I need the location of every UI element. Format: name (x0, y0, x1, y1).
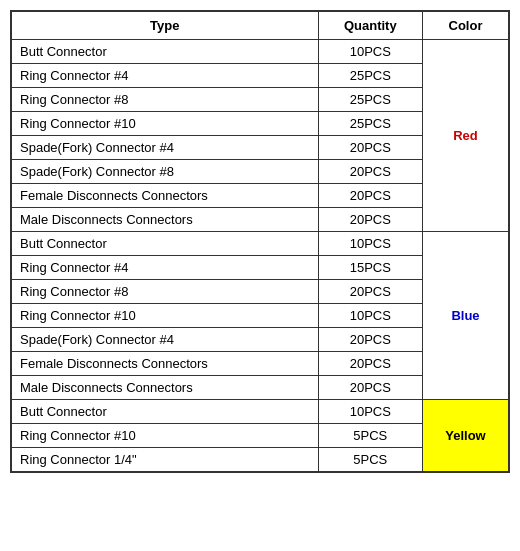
table-row: Butt Connector10PCSBlue (12, 232, 509, 256)
cell-type: Ring Connector #10 (12, 304, 319, 328)
cell-type: Ring Connector 1/4" (12, 448, 319, 472)
cell-quantity: 25PCS (318, 112, 422, 136)
col-header-color: Color (422, 12, 508, 40)
connector-table: Type Quantity Color Butt Connector10PCSR… (11, 11, 509, 472)
cell-quantity: 20PCS (318, 352, 422, 376)
cell-quantity: 10PCS (318, 40, 422, 64)
cell-type: Ring Connector #4 (12, 256, 319, 280)
cell-type: Ring Connector #10 (12, 112, 319, 136)
cell-color: Red (422, 40, 508, 232)
cell-quantity: 5PCS (318, 448, 422, 472)
table-body: Butt Connector10PCSRedRing Connector #42… (12, 40, 509, 472)
cell-quantity: 20PCS (318, 136, 422, 160)
cell-type: Male Disconnects Connectors (12, 208, 319, 232)
cell-quantity: 25PCS (318, 64, 422, 88)
cell-type: Butt Connector (12, 232, 319, 256)
cell-quantity: 25PCS (318, 88, 422, 112)
cell-quantity: 10PCS (318, 232, 422, 256)
cell-color: Yellow (422, 400, 508, 472)
table-row: Butt Connector10PCSRed (12, 40, 509, 64)
cell-quantity: 20PCS (318, 328, 422, 352)
cell-type: Spade(Fork) Connector #4 (12, 328, 319, 352)
cell-type: Butt Connector (12, 400, 319, 424)
cell-quantity: 10PCS (318, 304, 422, 328)
col-header-type: Type (12, 12, 319, 40)
cell-quantity: 10PCS (318, 400, 422, 424)
table-header-row: Type Quantity Color (12, 12, 509, 40)
table-row: Butt Connector10PCSYellow (12, 400, 509, 424)
cell-type: Male Disconnects Connectors (12, 376, 319, 400)
cell-quantity: 20PCS (318, 280, 422, 304)
cell-type: Butt Connector (12, 40, 319, 64)
cell-quantity: 20PCS (318, 208, 422, 232)
cell-quantity: 20PCS (318, 160, 422, 184)
cell-quantity: 20PCS (318, 184, 422, 208)
cell-type: Ring Connector #8 (12, 280, 319, 304)
cell-quantity: 20PCS (318, 376, 422, 400)
cell-type: Ring Connector #8 (12, 88, 319, 112)
cell-type: Spade(Fork) Connector #8 (12, 160, 319, 184)
col-header-quantity: Quantity (318, 12, 422, 40)
cell-type: Female Disconnects Connectors (12, 352, 319, 376)
cell-type: Ring Connector #10 (12, 424, 319, 448)
cell-quantity: 5PCS (318, 424, 422, 448)
cell-color: Blue (422, 232, 508, 400)
cell-type: Ring Connector #4 (12, 64, 319, 88)
cell-type: Spade(Fork) Connector #4 (12, 136, 319, 160)
main-table-wrapper: Type Quantity Color Butt Connector10PCSR… (10, 10, 510, 473)
cell-type: Female Disconnects Connectors (12, 184, 319, 208)
cell-quantity: 15PCS (318, 256, 422, 280)
